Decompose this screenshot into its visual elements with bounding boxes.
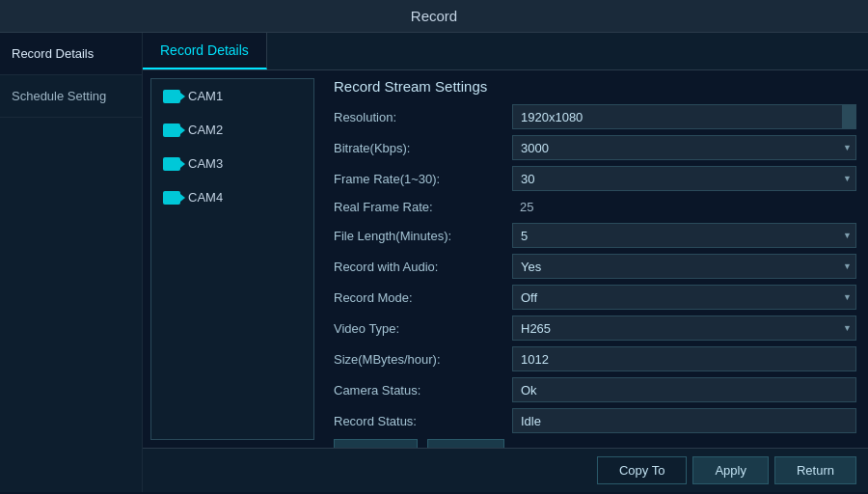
action-buttons-row: Start All Start: [334, 439, 856, 448]
label-filelength: File Length(Minutes):: [334, 229, 512, 243]
setting-row-framerate: Frame Rate(1~30): 30: [334, 166, 856, 191]
sidebar-item-schedule-setting[interactable]: Schedule Setting: [0, 75, 142, 118]
settings-title: Record Stream Settings: [334, 78, 856, 95]
value-videotype[interactable]: H265: [512, 316, 856, 341]
sidebar: Record Details Schedule Setting: [0, 33, 143, 492]
label-videotype: Video Type:: [334, 321, 512, 336]
camera-list: CAM1 CAM2 CAM3 CAM4: [150, 78, 314, 440]
value-framerate[interactable]: 30: [512, 166, 856, 191]
camera-item-cam4[interactable]: CAM4: [151, 180, 313, 214]
value-camerastatus: Ok: [512, 377, 856, 402]
label-camerastatus: Camera Status:: [334, 383, 512, 398]
value-resolution[interactable]: 1920x1080: [512, 104, 856, 129]
setting-row-filelength: File Length(Minutes): 5: [334, 223, 856, 248]
label-recordstatus: Record Status:: [334, 414, 512, 428]
setting-row-real-framerate: Real Frame Rate: 25: [334, 197, 856, 217]
setting-row-size: Size(MBytes/hour): 1012: [334, 346, 856, 371]
camera-item-cam1[interactable]: CAM1: [151, 79, 313, 113]
title-text: Record: [411, 8, 457, 24]
camera-icon-cam2: [163, 124, 180, 137]
setting-row-camerastatus: Camera Status: Ok: [334, 377, 856, 402]
camera-item-cam2[interactable]: CAM2: [151, 113, 313, 147]
start-all-button[interactable]: Start All: [334, 439, 418, 448]
label-framerate: Frame Rate(1~30):: [334, 172, 512, 186]
label-recordmode: Record Mode:: [334, 290, 512, 305]
label-size: Size(MBytes/hour):: [334, 352, 512, 367]
return-button[interactable]: Return: [774, 456, 856, 484]
label-resolution: Resolution:: [334, 110, 512, 124]
settings-panel: Record Stream Settings Resolution: 1920x…: [322, 70, 868, 448]
camera-icon-cam1: [163, 90, 180, 103]
tab-header: Record Details: [143, 33, 868, 70]
camera-item-cam3[interactable]: CAM3: [151, 147, 313, 180]
label-real-framerate: Real Frame Rate:: [334, 200, 512, 214]
setting-row-resolution: Resolution: 1920x1080: [334, 104, 856, 129]
value-audio[interactable]: Yes: [512, 254, 856, 279]
value-recordmode[interactable]: Off: [512, 285, 856, 310]
label-audio: Record with Audio:: [334, 260, 512, 274]
sidebar-item-record-details[interactable]: Record Details: [0, 33, 142, 75]
camera-icon-cam3: [163, 157, 180, 171]
value-recordstatus: Idle: [512, 408, 856, 433]
start-button[interactable]: Start: [427, 439, 504, 448]
camera-icon-cam4: [163, 191, 180, 205]
setting-row-recordmode: Record Mode: Off: [334, 285, 856, 310]
copy-to-button[interactable]: Copy To: [597, 456, 687, 484]
value-filelength[interactable]: 5: [512, 223, 856, 248]
value-real-framerate: 25: [512, 197, 856, 217]
tab-record-details[interactable]: Record Details: [143, 33, 267, 69]
setting-row-bitrate: Bitrate(Kbps): 3000: [334, 135, 856, 160]
value-size: 1012: [512, 346, 856, 371]
panel-body: CAM1 CAM2 CAM3 CAM4 Record Stream Settin…: [143, 70, 868, 448]
setting-row-recordstatus: Record Status: Idle: [334, 408, 856, 433]
setting-row-audio: Record with Audio: Yes: [334, 254, 856, 279]
value-bitrate[interactable]: 3000: [512, 135, 856, 160]
content-area: Record Details CAM1 CAM2 CAM3: [143, 33, 868, 492]
apply-button[interactable]: Apply: [692, 456, 769, 484]
setting-row-videotype: Video Type: H265: [334, 316, 856, 341]
footer: Copy To Apply Return: [143, 448, 868, 492]
label-bitrate: Bitrate(Kbps):: [334, 141, 512, 155]
title-bar: Record: [0, 0, 868, 33]
